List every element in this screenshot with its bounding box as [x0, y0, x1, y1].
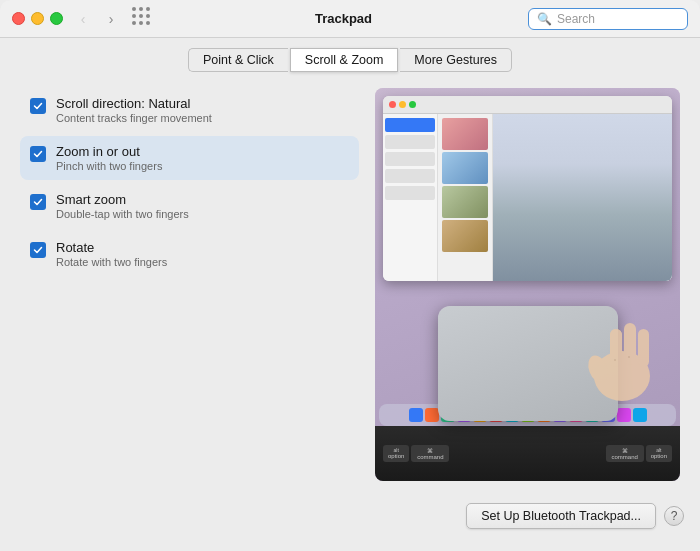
- setting-scroll-direction-text: Scroll direction: Natural Content tracks…: [56, 96, 349, 124]
- tab-scroll-zoom[interactable]: Scroll & Zoom: [290, 48, 399, 72]
- checkmark-icon: [33, 149, 43, 159]
- option-key-right: altoption: [646, 445, 672, 462]
- hand-gesture-icon: [580, 311, 665, 406]
- tab-more-gestures[interactable]: More Gestures: [400, 48, 512, 72]
- key-group-right: ⌘command altoption: [606, 445, 672, 462]
- maximize-button[interactable]: [50, 12, 63, 25]
- setting-scroll-direction: Scroll direction: Natural Content tracks…: [20, 88, 359, 132]
- setting-zoom-text: Zoom in or out Pinch with two fingers: [56, 144, 349, 172]
- app-grid-button[interactable]: [131, 7, 155, 31]
- keyboard-mockup: altoption ⌘command ⌘command altoption: [375, 426, 680, 481]
- preview-panel: altoption ⌘command ⌘command altoption: [375, 88, 680, 481]
- settings-panel: Scroll direction: Natural Content tracks…: [20, 88, 359, 481]
- back-button[interactable]: ‹: [71, 7, 95, 31]
- option-key-left: altoption: [383, 445, 409, 462]
- help-button[interactable]: ?: [664, 506, 684, 526]
- dock-icon-finder: [409, 408, 423, 422]
- checkmark-icon: [33, 245, 43, 255]
- dock-icon-13: [617, 408, 631, 422]
- dock-icon-1: [425, 408, 439, 422]
- tabs-bar: Point & Click Scroll & Zoom More Gesture…: [0, 38, 700, 80]
- svg-rect-2: [624, 323, 636, 365]
- command-key-right: ⌘command: [606, 445, 644, 462]
- setting-rotate: Rotate Rotate with two fingers: [20, 232, 359, 276]
- setting-smart-zoom-text: Smart zoom Double-tap with two fingers: [56, 192, 349, 220]
- close-button[interactable]: [12, 12, 25, 25]
- minimize-button[interactable]: [31, 12, 44, 25]
- setting-rotate-text: Rotate Rotate with two fingers: [56, 240, 349, 268]
- setting-scroll-direction-title: Scroll direction: Natural: [56, 96, 349, 111]
- setting-rotate-subtitle: Rotate with two fingers: [56, 256, 349, 268]
- svg-rect-3: [610, 329, 622, 367]
- checkbox-smart-zoom[interactable]: [30, 194, 46, 210]
- command-key-left: ⌘command: [411, 445, 449, 462]
- checkbox-zoom[interactable]: [30, 146, 46, 162]
- key-group-left: altoption ⌘command: [383, 445, 449, 462]
- setting-smart-zoom-subtitle: Double-tap with two fingers: [56, 208, 349, 220]
- setting-rotate-title: Rotate: [56, 240, 349, 255]
- dock-icon-14: [633, 408, 647, 422]
- setup-bluetooth-button[interactable]: Set Up Bluetooth Trackpad...: [466, 503, 656, 529]
- search-box[interactable]: 🔍: [528, 8, 688, 30]
- svg-rect-4: [638, 329, 649, 367]
- checkmark-icon: [33, 197, 43, 207]
- setting-zoom-subtitle: Pinch with two fingers: [56, 160, 349, 172]
- bottom-bar: Set Up Bluetooth Trackpad... ?: [0, 491, 700, 541]
- photos-app-mockup: [383, 96, 672, 281]
- tab-point-click[interactable]: Point & Click: [188, 48, 288, 72]
- setting-smart-zoom-title: Smart zoom: [56, 192, 349, 207]
- search-icon: 🔍: [537, 12, 552, 26]
- content-area: Scroll direction: Natural Content tracks…: [0, 80, 700, 491]
- setting-smart-zoom: Smart zoom Double-tap with two fingers: [20, 184, 359, 228]
- window-title: Trackpad: [159, 11, 528, 26]
- setting-zoom-title: Zoom in or out: [56, 144, 349, 159]
- forward-button[interactable]: ›: [99, 7, 123, 31]
- search-input[interactable]: [557, 12, 677, 26]
- titlebar: ‹ › Trackpad 🔍: [0, 0, 700, 38]
- checkbox-rotate[interactable]: [30, 242, 46, 258]
- setting-zoom: Zoom in or out Pinch with two fingers: [20, 136, 359, 180]
- nav-buttons: ‹ ›: [71, 7, 123, 31]
- traffic-lights: [12, 12, 63, 25]
- checkmark-icon: [33, 101, 43, 111]
- preview-window: altoption ⌘command ⌘command altoption: [375, 88, 680, 481]
- checkbox-scroll-direction[interactable]: [30, 98, 46, 114]
- setting-scroll-direction-subtitle: Content tracks finger movement: [56, 112, 349, 124]
